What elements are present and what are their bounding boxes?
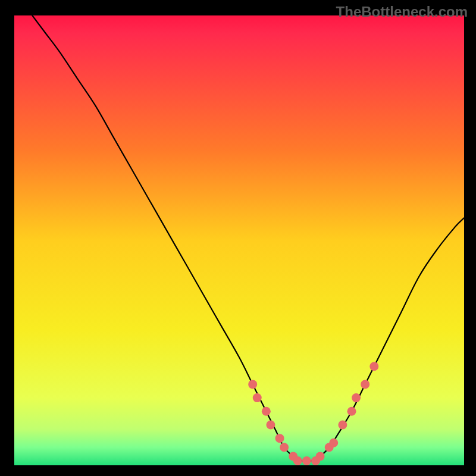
curve-layer — [14, 15, 464, 465]
optimal-marker — [248, 380, 257, 389]
optimal-marker — [302, 456, 311, 465]
optimal-marker — [369, 362, 378, 371]
optimal-marker — [338, 420, 347, 429]
optimal-marker — [266, 420, 275, 429]
optimal-marker — [352, 393, 361, 402]
optimal-marker — [280, 443, 289, 452]
optimal-marker — [361, 380, 369, 389]
attribution-label: TheBottleneck.com — [336, 4, 468, 20]
optimal-marker — [293, 456, 302, 465]
optimal-marker — [316, 452, 325, 461]
optimal-marker — [262, 407, 271, 416]
optimal-marker — [347, 407, 356, 416]
optimal-markers — [248, 362, 378, 465]
bottleneck-curve — [32, 15, 464, 461]
bottleneck-chart — [14, 15, 464, 465]
optimal-marker — [275, 434, 284, 443]
optimal-marker — [253, 393, 262, 402]
optimal-marker — [329, 439, 338, 447]
